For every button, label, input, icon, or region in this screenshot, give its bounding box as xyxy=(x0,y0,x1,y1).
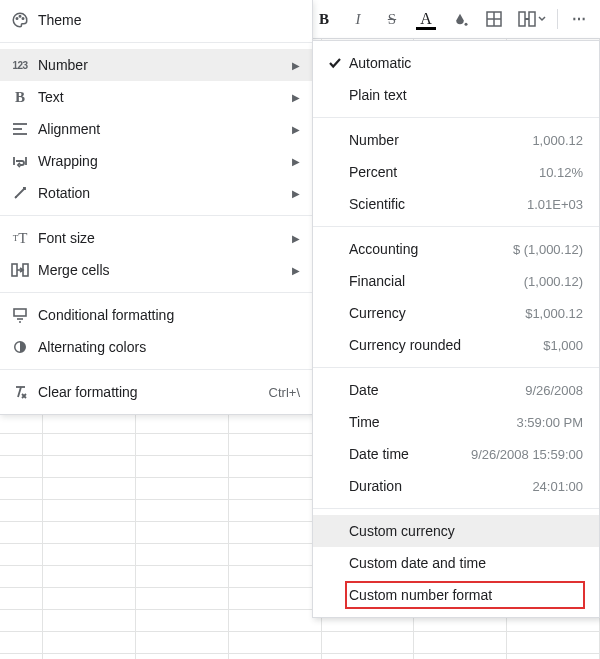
grid-cell[interactable] xyxy=(414,654,507,659)
menu-divider xyxy=(313,226,599,227)
strikethrough-button[interactable]: S xyxy=(379,6,405,32)
num-custom-number-format[interactable]: Custom number format xyxy=(313,579,599,611)
text-color-button[interactable]: A xyxy=(413,6,439,32)
grid-cell[interactable] xyxy=(229,434,322,455)
svg-point-6 xyxy=(16,18,18,20)
grid-cell[interactable] xyxy=(0,610,43,631)
menu-label: Wrapping xyxy=(32,153,292,169)
grid-cell[interactable] xyxy=(136,500,229,521)
grid-cell[interactable] xyxy=(43,544,136,565)
grid-cell[interactable] xyxy=(136,632,229,653)
menu-text[interactable]: B Text ▶ xyxy=(0,81,312,113)
grid-cell[interactable] xyxy=(43,434,136,455)
grid-cell[interactable] xyxy=(0,434,43,455)
grid-row[interactable] xyxy=(0,654,600,659)
num-accounting[interactable]: Accounting $ (1,000.12) xyxy=(313,233,599,265)
grid-cell[interactable] xyxy=(136,544,229,565)
grid-cell[interactable] xyxy=(507,632,600,653)
grid-cell[interactable] xyxy=(43,456,136,477)
format-menu: Theme 123 Number ▶ B Text ▶ Alignment ▶ … xyxy=(0,0,313,415)
num-duration[interactable]: Duration 24:01:00 xyxy=(313,470,599,502)
grid-cell[interactable] xyxy=(229,478,322,499)
grid-cell[interactable] xyxy=(136,566,229,587)
grid-cell[interactable] xyxy=(43,478,136,499)
num-automatic[interactable]: Automatic xyxy=(313,47,599,79)
fill-color-button[interactable] xyxy=(447,6,473,32)
svg-rect-5 xyxy=(529,12,535,26)
grid-cell[interactable] xyxy=(507,654,600,659)
num-custom-date-time[interactable]: Custom date and time xyxy=(313,547,599,579)
borders-button[interactable] xyxy=(481,6,507,32)
num-date-time[interactable]: Date time 9/26/2008 15:59:00 xyxy=(313,438,599,470)
grid-cell[interactable] xyxy=(229,588,322,609)
menu-label: Merge cells xyxy=(32,262,292,278)
grid-cell[interactable] xyxy=(0,654,43,659)
grid-cell[interactable] xyxy=(0,544,43,565)
grid-cell[interactable] xyxy=(229,654,322,659)
grid-cell[interactable] xyxy=(0,632,43,653)
grid-cell[interactable] xyxy=(0,588,43,609)
grid-cell[interactable] xyxy=(136,522,229,543)
grid-cell[interactable] xyxy=(136,610,229,631)
grid-cell[interactable] xyxy=(0,566,43,587)
chevron-right-icon: ▶ xyxy=(292,92,300,103)
grid-cell[interactable] xyxy=(229,632,322,653)
num-percent[interactable]: Percent 10.12% xyxy=(313,156,599,188)
num-time[interactable]: Time 3:59:00 PM xyxy=(313,406,599,438)
grid-cell[interactable] xyxy=(229,566,322,587)
grid-cell[interactable] xyxy=(43,654,136,659)
num-financial[interactable]: Financial (1,000.12) xyxy=(313,265,599,297)
grid-cell[interactable] xyxy=(322,654,415,659)
num-scientific[interactable]: Scientific 1.01E+03 xyxy=(313,188,599,220)
grid-cell[interactable] xyxy=(229,610,322,631)
grid-cell[interactable] xyxy=(0,500,43,521)
grid-cell[interactable] xyxy=(229,544,322,565)
grid-cell[interactable] xyxy=(0,456,43,477)
grid-cell[interactable] xyxy=(136,434,229,455)
menu-number[interactable]: 123 Number ▶ xyxy=(0,49,312,81)
menu-wrapping[interactable]: Wrapping ▶ xyxy=(0,145,312,177)
grid-cell[interactable] xyxy=(229,522,322,543)
grid-cell[interactable] xyxy=(136,478,229,499)
menu-clear-formatting[interactable]: Clear formatting Ctrl+\ xyxy=(0,376,312,408)
menu-alternating-colors[interactable]: Alternating colors xyxy=(0,331,312,363)
grid-cell[interactable] xyxy=(0,522,43,543)
menu-font-size[interactable]: TT Font size ▶ xyxy=(0,222,312,254)
grid-row[interactable] xyxy=(0,632,600,654)
grid-cell[interactable] xyxy=(43,588,136,609)
grid-cell[interactable] xyxy=(43,632,136,653)
grid-cell[interactable] xyxy=(136,412,229,433)
wrap-icon xyxy=(8,154,32,168)
menu-merge-cells[interactable]: Merge cells ▶ xyxy=(0,254,312,286)
grid-cell[interactable] xyxy=(0,412,43,433)
num-number[interactable]: Number 1,000.12 xyxy=(313,124,599,156)
grid-cell[interactable] xyxy=(322,632,415,653)
grid-cell[interactable] xyxy=(229,412,322,433)
grid-cell[interactable] xyxy=(414,632,507,653)
grid-cell[interactable] xyxy=(229,500,322,521)
menu-theme[interactable]: Theme xyxy=(0,4,312,36)
num-date[interactable]: Date 9/26/2008 xyxy=(313,374,599,406)
menu-rotation[interactable]: Rotation ▶ xyxy=(0,177,312,209)
grid-cell[interactable] xyxy=(43,566,136,587)
merge-cells-button[interactable] xyxy=(515,6,549,32)
menu-conditional-formatting[interactable]: Conditional formatting xyxy=(0,299,312,331)
grid-cell[interactable] xyxy=(43,610,136,631)
num-custom-currency[interactable]: Custom currency xyxy=(313,515,599,547)
menu-alignment[interactable]: Alignment ▶ xyxy=(0,113,312,145)
grid-cell[interactable] xyxy=(0,478,43,499)
more-button[interactable]: ⋯ xyxy=(566,6,592,32)
grid-cell[interactable] xyxy=(43,500,136,521)
grid-cell[interactable] xyxy=(43,522,136,543)
num-currency-rounded[interactable]: Currency rounded $1,000 xyxy=(313,329,599,361)
grid-cell[interactable] xyxy=(229,456,322,477)
italic-button[interactable]: I xyxy=(345,6,371,32)
grid-cell[interactable] xyxy=(136,588,229,609)
num-currency[interactable]: Currency $1,000.12 xyxy=(313,297,599,329)
grid-cell[interactable] xyxy=(136,654,229,659)
grid-cell[interactable] xyxy=(43,412,136,433)
grid-cell[interactable] xyxy=(136,456,229,477)
menu-divider xyxy=(0,215,312,216)
bold-button[interactable]: B xyxy=(311,6,337,32)
num-plain-text[interactable]: Plain text xyxy=(313,79,599,111)
